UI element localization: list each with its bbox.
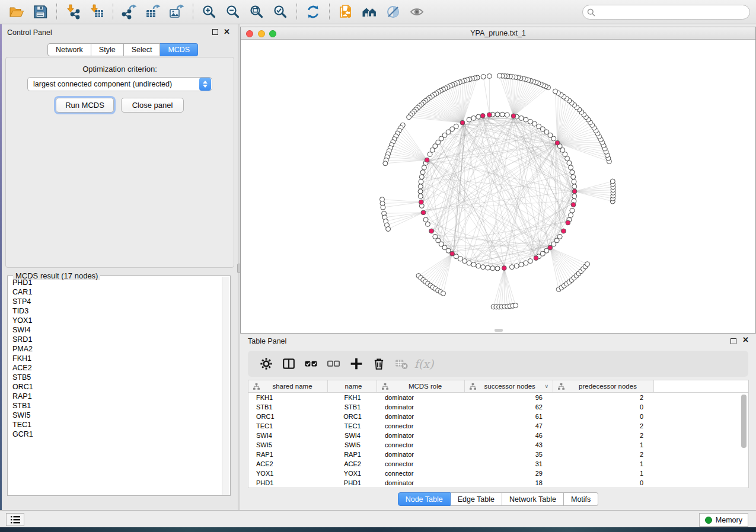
run-mcds-button[interactable]: Run MCDS	[56, 98, 114, 113]
close-panel-button[interactable]: Close panel	[121, 98, 184, 113]
tab-edge-table[interactable]: Edge Table	[451, 492, 502, 506]
tab-node-table[interactable]: Node Table	[398, 492, 451, 506]
column-header-name[interactable]: name	[328, 380, 377, 392]
table-panel-title: Table Panel	[248, 337, 286, 345]
zoom-out-icon[interactable]	[224, 3, 242, 21]
mcds-result-list: PHD1CAR1STP4TID3YOX1SWI4SRD1PMA2FKH1ACE2…	[8, 278, 222, 495]
result-node[interactable]: CAR1	[8, 287, 222, 297]
result-node[interactable]: RAP1	[8, 392, 222, 401]
cell-MCDS-role: connector	[377, 459, 465, 469]
export-image-icon[interactable]	[168, 3, 186, 21]
function-builder-icon: f(x)	[416, 356, 432, 371]
result-list-scrollbar[interactable]	[222, 277, 229, 495]
cell-successor-nodes: 31	[465, 459, 553, 469]
column-header-predecessor-nodes[interactable]: predecessor nodes	[553, 380, 654, 392]
export-table-icon[interactable]	[144, 3, 162, 21]
result-node[interactable]: ACE2	[8, 363, 222, 373]
memory-button[interactable]: Memory	[699, 513, 748, 527]
cell-predecessor-nodes: 2	[553, 421, 654, 431]
result-node[interactable]: YOX1	[8, 316, 222, 325]
first-neighbors-icon[interactable]	[361, 3, 378, 21]
graphics-details-icon[interactable]	[384, 3, 402, 21]
namespace-icon	[253, 383, 260, 390]
cell-MCDS-role: dominator	[377, 431, 465, 440]
show-columns-icon[interactable]	[281, 356, 296, 371]
result-node[interactable]: STB5	[8, 373, 222, 382]
toolbar-separator	[113, 4, 113, 20]
network-window-titlebar: YPA_prune.txt_1	[241, 27, 755, 40]
table-row-SWI5[interactable]: SWI5SWI5connector431	[248, 440, 748, 450]
result-node[interactable]: TEC1	[8, 420, 222, 430]
toolbar-separator	[296, 4, 297, 20]
search-icon	[587, 8, 595, 17]
table-row-STB1[interactable]: STB1STB1dominator620	[248, 402, 748, 412]
cell-shared-name: PHD1	[248, 478, 328, 488]
add-column-icon[interactable]	[349, 356, 364, 371]
tab-network[interactable]: Network	[47, 43, 91, 56]
tab-style[interactable]: Style	[91, 43, 124, 56]
result-node[interactable]: PHD1	[8, 278, 222, 287]
share-document-icon[interactable]	[337, 3, 355, 21]
table-row-ORC1[interactable]: ORC1ORC1dominator610	[248, 412, 748, 421]
search-box[interactable]	[582, 5, 750, 20]
tab-mcds[interactable]: MCDS	[160, 43, 198, 56]
column-header-shared-name[interactable]: shared name	[248, 380, 328, 392]
table-row-RAP1[interactable]: RAP1RAP1dominator352	[248, 450, 748, 459]
open-file-icon[interactable]	[8, 3, 25, 21]
cell-successor-nodes: 96	[465, 393, 553, 402]
cell-successor-nodes: 61	[465, 412, 553, 421]
table-row-TEC1[interactable]: TEC1TEC1connector472	[248, 421, 748, 431]
cell-name: TEC1	[328, 421, 377, 431]
export-network-icon[interactable]	[120, 3, 138, 21]
result-node[interactable]: SWI5	[8, 411, 222, 420]
tab-motifs[interactable]: Motifs	[564, 492, 598, 506]
result-node[interactable]: GCR1	[8, 430, 222, 439]
close-window-icon[interactable]: ✕	[224, 27, 230, 36]
table-vscroll-thumb[interactable]	[741, 395, 747, 448]
network-hscroll-thumb[interactable]	[495, 329, 503, 332]
eye-icon[interactable]	[408, 3, 426, 21]
result-node[interactable]: SRD1	[8, 335, 222, 344]
cell-name: ORC1	[328, 412, 377, 421]
table-row-ACE2[interactable]: ACE2ACE2connector311	[248, 459, 748, 469]
result-node[interactable]: FKH1	[8, 354, 222, 363]
tab-network-table[interactable]: Network Table	[502, 492, 564, 506]
close-table-panel-icon[interactable]: ✕	[742, 335, 749, 344]
cell-MCDS-role: connector	[377, 421, 465, 431]
column-header-MCDS-role[interactable]: MCDS role	[377, 380, 465, 392]
table-row-SWI4[interactable]: SWI4SWI4dominator462	[248, 431, 748, 440]
cell-successor-nodes: 43	[465, 440, 553, 450]
table-row-PHD1[interactable]: PHD1PHD1dominator180	[248, 478, 748, 488]
float-window-icon[interactable]	[212, 29, 218, 35]
import-network-icon[interactable]	[64, 3, 82, 21]
delete-column-icon[interactable]	[371, 356, 387, 371]
network-graph[interactable]	[241, 40, 755, 333]
result-node[interactable]: SWI4	[8, 325, 222, 335]
optimization-criterion-select[interactable]: largest connected component (undirected)	[27, 77, 212, 91]
result-node[interactable]: TID3	[8, 306, 222, 316]
column-settings-icon[interactable]	[259, 356, 274, 371]
zoom-in-icon[interactable]	[200, 3, 218, 21]
result-node[interactable]: PMA2	[8, 344, 222, 354]
result-node[interactable]: STP4	[8, 297, 222, 306]
network-canvas[interactable]	[241, 40, 755, 333]
search-input[interactable]	[598, 7, 749, 18]
refresh-network-icon[interactable]	[304, 3, 322, 21]
result-node[interactable]: ORC1	[8, 382, 222, 392]
delete-table-icon	[394, 356, 409, 371]
zoom-fit-icon[interactable]	[248, 3, 266, 21]
tab-select[interactable]: Select	[124, 43, 161, 56]
cell-name: FKH1	[328, 393, 377, 402]
save-session-icon[interactable]	[31, 3, 49, 21]
import-table-icon[interactable]	[88, 3, 106, 21]
table-row-FKH1[interactable]: FKH1FKH1dominator962	[248, 393, 748, 402]
zoom-selected-icon[interactable]	[272, 3, 289, 21]
result-node[interactable]: STB1	[8, 401, 222, 411]
control-panel-header: Control Panel ✕	[2, 24, 238, 40]
column-header-successor-nodes[interactable]: successor nodes∨	[465, 380, 553, 392]
deselect-all-rows-icon[interactable]	[326, 356, 342, 371]
table-row-YOX1[interactable]: YOX1YOX1connector291	[248, 469, 748, 478]
task-history-button[interactable]	[6, 513, 24, 526]
select-all-rows-icon[interactable]	[304, 356, 319, 371]
float-table-panel-icon[interactable]	[731, 338, 736, 344]
